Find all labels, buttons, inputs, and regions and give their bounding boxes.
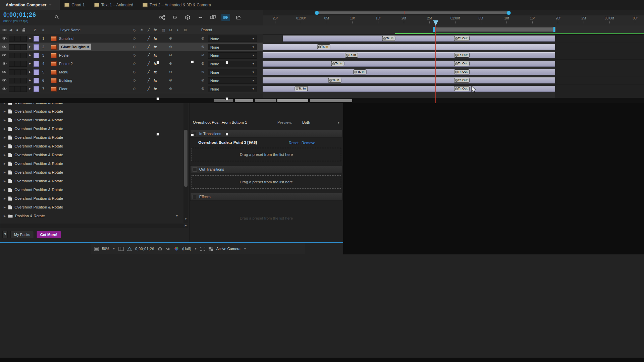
nav-handle-left[interactable] [315, 11, 319, 15]
transition-out-badge[interactable]: Tr. Out [454, 61, 470, 66]
panel-menu-icon[interactable]: ≡ [49, 3, 51, 7]
selection-handle[interactable] [156, 133, 159, 136]
fx-toggle[interactable]: fx [154, 43, 157, 51]
preset-row[interactable]: ▶Overshoot Position & Rotate [0, 168, 183, 177]
label-color-swatch[interactable] [34, 36, 39, 42]
visibility-eye-icon[interactable] [2, 51, 7, 59]
parent-caret-icon[interactable]: ▼ [252, 37, 255, 40]
preset-row[interactable]: ▶Overshoot Position & Rotate [0, 124, 183, 133]
layer-row-menu[interactable]: ▶5Menu◇╱fx⊘⊚None▼ [0, 68, 263, 76]
parent-dropdown[interactable]: None▼ [208, 52, 257, 59]
in-drop-zone[interactable]: Drag a preset from the list here [192, 148, 341, 161]
label-color-swatch[interactable] [34, 69, 39, 75]
reset-link[interactable]: Reset [289, 141, 299, 145]
quality-toggle[interactable]: ╱ [148, 59, 150, 68]
work-area-end-handle[interactable] [553, 27, 555, 32]
transition-in-badge[interactable]: Tr. In [331, 61, 344, 66]
graph-editor-icon[interactable] [234, 14, 243, 21]
parent-column[interactable]: Parent [201, 25, 212, 34]
lock-toggle[interactable] [21, 86, 27, 92]
parent-dropdown[interactable]: None▼ [208, 44, 257, 50]
preview-caret-icon[interactable]: ▼ [337, 121, 340, 124]
preset-row[interactable]: ▶Overshoot Position & Rotate [0, 203, 183, 212]
audio-toggle[interactable] [9, 61, 15, 67]
solo-toggle[interactable] [15, 86, 21, 92]
current-timecode[interactable]: 0;00;01;26 [3, 11, 36, 18]
fx-toggle[interactable]: fx [154, 84, 157, 93]
selection-handle[interactable] [225, 61, 228, 64]
audio-toggle[interactable] [9, 44, 15, 50]
transition-in-badge[interactable]: Tr. In [345, 53, 358, 58]
animation-composer-tab[interactable]: Animation Composer ≡ [1, 0, 56, 10]
layer-row-floor[interactable]: ▶7Floor◇╱fx⊘⊚None▼ [0, 84, 263, 93]
layer-duration-bar[interactable] [263, 52, 555, 58]
shy-toggle[interactable]: ◇ [133, 76, 136, 84]
layer-name[interactable]: Sunblind [59, 34, 73, 43]
parent-pickwhip-icon[interactable]: ⊚ [201, 34, 204, 43]
shy-toggle[interactable]: ◇ [133, 59, 136, 68]
zoom-caret-icon[interactable]: ▼ [112, 247, 115, 250]
transition-out-badge[interactable]: Tr. Out [454, 78, 470, 83]
preset-row[interactable]: ▶Overshoot Position & Rotate [0, 133, 183, 142]
timeline-nav-bar[interactable] [316, 11, 508, 14]
work-area-start-handle[interactable] [433, 27, 435, 32]
effects-header[interactable]: Effects [190, 193, 342, 201]
draft-3d-icon[interactable] [183, 14, 192, 21]
expander-icon[interactable]: ▶ [29, 43, 31, 51]
timeline-search-icon[interactable] [54, 15, 59, 19]
parent-dropdown[interactable]: None▼ [208, 69, 257, 75]
solo-toggle[interactable] [15, 61, 21, 67]
parent-caret-icon[interactable]: ▼ [252, 54, 255, 57]
nav-handle-right[interactable] [506, 11, 511, 15]
transition-in-badge[interactable]: Tr. In [328, 78, 341, 83]
transition-out-badge[interactable]: Tr. Out [454, 86, 470, 91]
scroll-right-icon[interactable]: ▶ [185, 224, 187, 227]
shy-toggle[interactable]: ◇ [133, 84, 136, 93]
lock-toggle[interactable] [21, 61, 27, 67]
motionblur-toggle[interactable]: ⊘ [169, 51, 172, 59]
preset-row[interactable]: ▶Overshoot Position & Rotate [0, 159, 183, 168]
layer-name[interactable]: Building [59, 76, 72, 84]
scroll-down-icon[interactable]: ▼ [184, 218, 187, 221]
solo-toggle[interactable] [15, 44, 21, 50]
comp-timecode[interactable]: 0;00;01;26 [135, 247, 154, 251]
parent-pickwhip-icon[interactable]: ⊚ [201, 59, 204, 68]
get-more-button[interactable]: Get More! [37, 231, 61, 238]
resolution-value[interactable]: (Half) [182, 247, 191, 251]
out-transitions-header[interactable]: Out Transitions [190, 165, 342, 173]
twirl-right-icon[interactable]: ▶ [4, 180, 6, 183]
visibility-eye-icon[interactable] [2, 84, 7, 93]
layer-row-building[interactable]: ▶6Building◇╱fx⊘⊚None▼ [0, 76, 263, 85]
parent-pickwhip-icon[interactable]: ⊚ [201, 76, 204, 84]
label-color-swatch[interactable] [34, 86, 39, 92]
parent-caret-icon[interactable]: ▼ [252, 46, 255, 49]
list-hscrollbar[interactable]: ▶ [0, 224, 188, 228]
show-snapshot-icon[interactable] [166, 247, 171, 251]
audio-toggle[interactable] [9, 86, 15, 92]
expander-icon[interactable]: ▶ [29, 68, 31, 76]
parent-caret-icon[interactable]: ▼ [252, 62, 255, 65]
time-ruler[interactable]: 25f01:00f05f10f15f20f25f02:00f05f10f15f2… [263, 15, 644, 26]
timeline-tab-text-1-animated[interactable]: Text 1 – Animated [90, 0, 138, 10]
layer-row-poster[interactable]: ▶3Poster◇╱fx⊘⊚None▼ [0, 51, 263, 60]
twirl-right-icon[interactable]: ▶ [4, 145, 6, 148]
selection-handle[interactable] [225, 133, 228, 136]
layer-duration-bar[interactable] [263, 69, 555, 75]
motionblur-toggle[interactable]: ⊘ [169, 76, 172, 84]
quality-toggle[interactable]: ╱ [148, 76, 150, 84]
zoom-value[interactable]: 50% [102, 247, 109, 251]
layer-name[interactable]: Floor [59, 84, 67, 93]
parent-dropdown[interactable]: None▼ [208, 86, 257, 92]
my-packs-button[interactable]: My Packs [10, 231, 34, 238]
transition-in-badge[interactable]: Tr. In [317, 44, 330, 49]
twirl-right-icon[interactable]: ▶ [4, 136, 6, 139]
layer-duration-bar[interactable] [263, 61, 555, 67]
layer-name[interactable]: Menu [59, 68, 68, 76]
layer-duration-bar[interactable] [263, 77, 555, 83]
parent-pickwhip-icon[interactable]: ⊚ [201, 51, 204, 59]
expander-icon[interactable]: ▶ [29, 76, 31, 84]
motionblur-toggle[interactable]: ⊘ [169, 84, 172, 93]
twirl-right-icon[interactable]: ▶ [4, 119, 6, 122]
motion-blur-icon[interactable] [221, 14, 230, 21]
parent-caret-icon[interactable]: ▼ [252, 79, 255, 82]
